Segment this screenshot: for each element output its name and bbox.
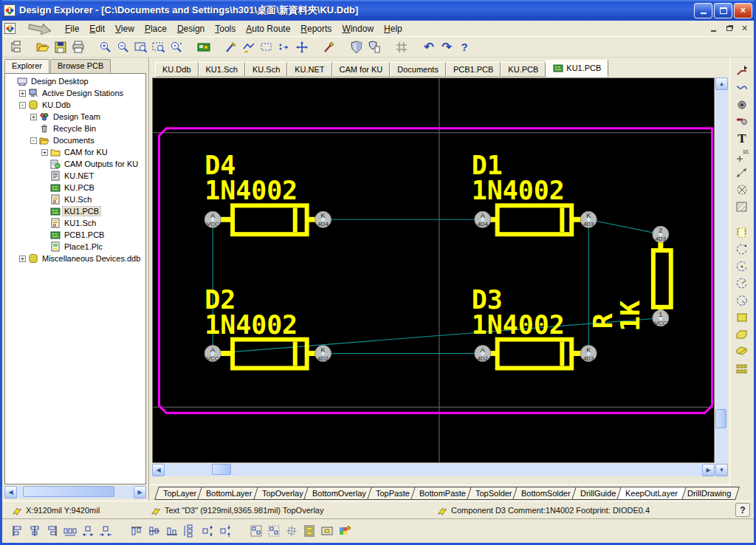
pad-D2-K[interactable]: K4D2 (315, 346, 331, 362)
explorer-drop-arrow-icon[interactable] (27, 23, 52, 35)
document-window-icon[interactable] (4, 23, 16, 34)
scroll-up-button[interactable]: ▲ (715, 78, 728, 90)
expand-icon[interactable]: + (19, 90, 26, 97)
tree-item-documents[interactable]: -Documents (5, 134, 145, 146)
menu-view[interactable]: View (110, 21, 140, 36)
tree-item-ku1-sch[interactable]: KU1.Sch (5, 217, 145, 229)
document-tab-cam-for-ku[interactable]: CAM for KU (332, 62, 391, 77)
scroll-left-button[interactable]: ◀ (152, 464, 165, 476)
tree-item-miscellaneous-devices-ddb[interactable]: +Miscellaneous Devices.ddb (5, 253, 145, 264)
place-arc-angle-button[interactable] (733, 275, 751, 292)
place-via-button[interactable] (733, 113, 751, 130)
special-paste-button[interactable] (275, 38, 293, 56)
layer-tab-topoverlay[interactable]: TopOverlay (253, 487, 312, 500)
tree-item-design-team[interactable]: +Design Team (5, 111, 145, 123)
tree-item-cam-outputs-for-ku[interactable]: CAM Outputs for KU (5, 158, 145, 170)
place-fill-button[interactable] (733, 309, 751, 326)
move-cross-button[interactable] (293, 38, 311, 56)
align-to-grid-button[interactable] (283, 522, 300, 540)
component-D3[interactable] (489, 340, 583, 369)
document-tab-ku-sch[interactable]: KU.Sch (245, 62, 287, 77)
document-tab-ku-ddb[interactable]: KU.Ddb (155, 62, 199, 77)
increase-vertical-spacing-button[interactable] (199, 522, 216, 540)
scroll-track[interactable] (17, 486, 134, 498)
component-D1[interactable] (489, 205, 583, 234)
menu-place[interactable]: Place (140, 21, 172, 36)
panel-tab-explorer[interactable]: Explorer (4, 59, 49, 73)
set-origin-button[interactable] (733, 181, 751, 198)
menu-help[interactable]: Help (379, 21, 408, 36)
tree-horizontal-scrollbar[interactable]: ◀▶ (4, 486, 146, 498)
tree-item-cam-for-ku[interactable]: +CAM for KU (5, 146, 145, 158)
align-right-button[interactable] (44, 522, 61, 540)
menu-window[interactable]: Window (337, 21, 379, 36)
density-map-button[interactable] (336, 522, 354, 540)
align-top-button[interactable] (128, 522, 145, 540)
scroll-thumb[interactable] (212, 464, 231, 475)
pad-D3-A[interactable]: A4D2 (475, 346, 491, 362)
tree-item-ku-sch[interactable]: KU.Sch (5, 193, 145, 205)
help-button[interactable]: ? (456, 38, 473, 56)
comment-R[interactable]: 1K (616, 301, 645, 332)
place-arc-edge-button[interactable] (733, 241, 751, 258)
drc-online-button[interactable] (348, 38, 365, 56)
knife-button[interactable] (222, 38, 240, 56)
place-split-plane-button[interactable] (733, 343, 751, 360)
place-pad-array-button[interactable] (733, 360, 751, 377)
distribute-vertical-button[interactable] (181, 522, 199, 540)
place-string-button[interactable]: T (733, 130, 751, 147)
panel-tab-browse-pcb[interactable]: Browse PCB (50, 59, 111, 73)
tree-item-pcb1-pcb[interactable]: PCB1.PCB (5, 229, 145, 241)
scroll-thumb[interactable] (23, 486, 114, 497)
layer-tab-bottomoverlay[interactable]: BottomOverlay (303, 487, 375, 500)
menu-tools[interactable]: Tools (210, 21, 241, 36)
menu-design[interactable]: Design (172, 21, 210, 36)
pad-D4-A[interactable]: AVCC (205, 211, 221, 227)
doc-restore-button[interactable] (723, 23, 735, 34)
component-R[interactable] (653, 240, 671, 312)
scroll-right-button[interactable]: ▶ (702, 464, 715, 476)
document-tab-ku1-sch[interactable]: KU1.Sch (199, 62, 245, 77)
layer-tab-bottomlayer[interactable]: BottomLayer (197, 487, 261, 500)
redo-button[interactable]: ↷ (438, 38, 456, 56)
increase-horizontal-spacing-button[interactable] (79, 522, 97, 540)
pad-R-2[interactable]: 24D3 (653, 226, 669, 242)
pad-D1-A[interactable]: A4D4 (475, 211, 491, 227)
tree-item-design-desktop[interactable]: Design Desktop (5, 75, 145, 87)
drc-batch-button[interactable] (365, 38, 383, 56)
select-area-button[interactable] (258, 38, 275, 56)
component-D4[interactable] (219, 205, 317, 234)
placement-room-button[interactable] (318, 522, 336, 540)
pad-R-1[interactable]: 1VCC (653, 310, 669, 326)
place-room-button[interactable] (733, 198, 751, 215)
expand-icon[interactable]: + (19, 256, 26, 262)
place-circle-button[interactable] (733, 292, 751, 309)
explorer-toggle-button[interactable] (7, 38, 24, 56)
arrange-within-room-button[interactable] (247, 522, 265, 540)
scroll-left-button[interactable]: ◀ (4, 486, 17, 498)
layer-tab-drilldrawing[interactable]: DrillDrawing (678, 487, 740, 500)
scroll-right-button[interactable]: ▶ (134, 486, 146, 498)
place-coordinate-button[interactable]: 10,10 (733, 147, 751, 164)
designator-R[interactable]: R (588, 313, 618, 329)
tree-item-active-design-stations[interactable]: +Active Design Stations (5, 87, 145, 99)
tree-item-ku-pcb[interactable]: KU.PCB (5, 182, 145, 193)
resistor-body[interactable] (653, 250, 671, 307)
save-document-button[interactable] (52, 38, 69, 56)
comment-D3[interactable]: 1N4002 (472, 310, 565, 340)
arrange-outside-room-button[interactable] (265, 522, 283, 540)
document-tab-pcb1-pcb[interactable]: PCB1.PCB (446, 62, 501, 77)
document-tab-documents[interactable]: Documents (390, 62, 446, 77)
place-arc-center-button[interactable] (733, 258, 751, 275)
place-wire-button[interactable] (733, 79, 751, 96)
tree-item-recycle-bin[interactable]: Recycle Bin (5, 123, 145, 134)
wand-button[interactable] (320, 38, 338, 56)
place-track-button[interactable] (733, 62, 751, 79)
close-button[interactable]: × (734, 3, 752, 18)
decrease-vertical-spacing-button[interactable] (216, 522, 234, 540)
open-document-button[interactable] (34, 38, 52, 56)
layer-tab-keepoutlayer[interactable]: KeepOutLayer (616, 487, 687, 500)
place-polygon-button[interactable] (733, 326, 751, 343)
canvas-vertical-scrollbar[interactable]: ▲▼ (715, 78, 728, 476)
scroll-track[interactable] (165, 464, 702, 476)
